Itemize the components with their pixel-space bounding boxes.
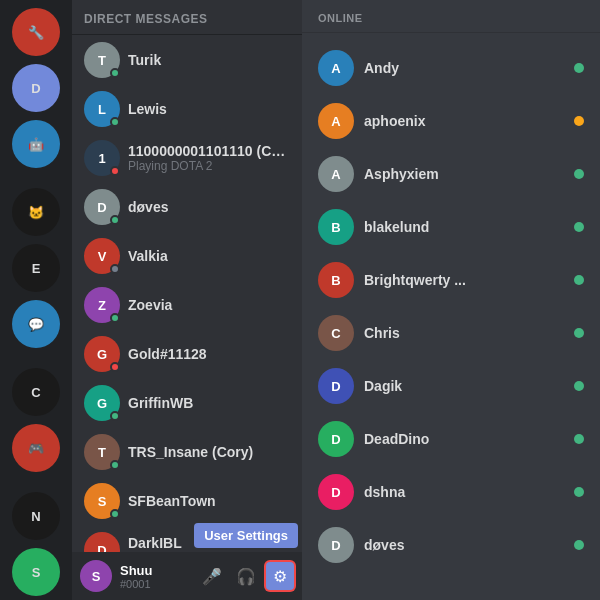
list-item[interactable]: S SFBeanTown xyxy=(76,477,298,525)
friend-info: Turik xyxy=(128,52,290,68)
server-sidebar: 🔧D🤖🐱E💬C🎮NS xyxy=(0,0,72,600)
table-row[interactable]: D DeadDino xyxy=(310,413,592,465)
friend-name: SFBeanTown xyxy=(128,493,290,509)
online-username: Brightqwerty ... xyxy=(364,272,566,288)
avatar-wrapper: T xyxy=(84,42,120,78)
friend-name: Gold#11128 xyxy=(128,346,290,362)
table-row[interactable]: A Andy xyxy=(310,42,592,94)
list-item[interactable]: D DarkIBL Streaming Phantom Hourglass w.… xyxy=(76,526,298,552)
list-item[interactable]: L Lewis xyxy=(76,85,298,133)
list-item[interactable]: T Turik xyxy=(76,36,298,84)
avatar-wrapper: 1 xyxy=(84,140,120,176)
server-icon-9[interactable]: S xyxy=(12,548,60,596)
status-dot xyxy=(574,222,584,232)
friend-name: Turik xyxy=(128,52,290,68)
online-header: Online xyxy=(302,0,600,33)
list-item[interactable]: D døves xyxy=(76,183,298,231)
avatar-wrapper: D xyxy=(84,189,120,225)
server-icon-8[interactable]: N xyxy=(12,492,60,540)
status-dot xyxy=(110,411,120,421)
status-dot xyxy=(574,63,584,73)
list-item[interactable]: Z Zoevia xyxy=(76,281,298,329)
friends-list: T Turik L Lewis 1 1100000001101110 (CO..… xyxy=(72,35,302,552)
friend-info: døves xyxy=(128,199,290,215)
status-dot xyxy=(110,313,120,323)
friend-name: døves xyxy=(128,199,290,215)
avatar: A xyxy=(318,50,354,86)
server-icon-6[interactable]: C xyxy=(12,368,60,416)
status-dot xyxy=(110,68,120,78)
server-icon-2[interactable]: 🤖 xyxy=(12,120,60,168)
list-item[interactable]: 1 1100000001101110 (CO... Playing DOTA 2 xyxy=(76,134,298,182)
online-username: Asphyxiem xyxy=(364,166,566,182)
friend-name: Zoevia xyxy=(128,297,290,313)
table-row[interactable]: B Brightqwerty ... xyxy=(310,254,592,306)
settings-button[interactable]: ⚙ xyxy=(266,562,294,590)
server-icon-4[interactable]: E xyxy=(12,244,60,292)
table-row[interactable]: C Chris xyxy=(310,307,592,359)
table-row[interactable]: D Dagik xyxy=(310,360,592,412)
server-icon-1[interactable]: D xyxy=(12,64,60,112)
deafen-button[interactable]: 🎧 xyxy=(232,562,260,590)
friend-info: SFBeanTown xyxy=(128,493,290,509)
avatar: D xyxy=(318,421,354,457)
user-panel: S Shuu #0001 🎤 🎧 ⚙ User Settings xyxy=(72,552,302,600)
avatar: A xyxy=(318,103,354,139)
avatar-wrapper: V xyxy=(84,238,120,274)
friend-info: TRS_Insane (Cory) xyxy=(128,444,290,460)
avatar-wrapper: L xyxy=(84,91,120,127)
server-icon-0[interactable]: 🔧 xyxy=(12,8,60,56)
user-tag: #0001 xyxy=(120,578,190,590)
friend-info: GriffinWB xyxy=(128,395,290,411)
avatar-wrapper: Z xyxy=(84,287,120,323)
status-dot xyxy=(574,275,584,285)
status-dot xyxy=(110,264,120,274)
avatar: A xyxy=(318,156,354,192)
avatar: D xyxy=(318,368,354,404)
status-dot xyxy=(574,434,584,444)
status-dot xyxy=(574,116,584,126)
avatar: D xyxy=(84,532,120,552)
table-row[interactable]: B blakelund xyxy=(310,201,592,253)
status-dot xyxy=(110,117,120,127)
avatar: S xyxy=(80,560,112,592)
status-dot xyxy=(574,487,584,497)
server-icon-7[interactable]: 🎮 xyxy=(12,424,60,472)
user-panel-icons: 🎤 🎧 ⚙ xyxy=(198,562,294,590)
status-dot xyxy=(574,381,584,391)
friend-name: GriffinWB xyxy=(128,395,290,411)
friend-name: TRS_Insane (Cory) xyxy=(128,444,290,460)
status-dot xyxy=(110,215,120,225)
list-item[interactable]: G GriffinWB xyxy=(76,379,298,427)
avatar: D xyxy=(318,527,354,563)
avatar: B xyxy=(318,262,354,298)
list-item[interactable]: V Valkia xyxy=(76,232,298,280)
user-panel-info: Shuu #0001 xyxy=(120,563,190,590)
table-row[interactable]: D døves xyxy=(310,519,592,571)
mute-button[interactable]: 🎤 xyxy=(198,562,226,590)
friend-name: 1100000001101110 (CO... xyxy=(128,143,290,159)
table-row[interactable]: D dshna xyxy=(310,466,592,518)
friend-name: DarkIBL xyxy=(128,535,290,551)
friend-name: Valkia xyxy=(128,248,290,264)
online-username: dshna xyxy=(364,484,566,500)
table-row[interactable]: A Asphyxiem xyxy=(310,148,592,200)
friend-info: DarkIBL Streaming Phantom Hourglass w... xyxy=(128,535,290,552)
list-item[interactable]: G Gold#11128 xyxy=(76,330,298,378)
server-icon-5[interactable]: 💬 xyxy=(12,300,60,348)
server-icon-3[interactable]: 🐱 xyxy=(12,188,60,236)
online-username: aphoenix xyxy=(364,113,566,129)
avatar-wrapper: G xyxy=(84,336,120,372)
status-dot xyxy=(574,169,584,179)
username: Shuu xyxy=(120,563,190,578)
status-dot xyxy=(110,362,120,372)
friend-name: Lewis xyxy=(128,101,290,117)
list-item[interactable]: T TRS_Insane (Cory) xyxy=(76,428,298,476)
friend-info: Lewis xyxy=(128,101,290,117)
online-username: Andy xyxy=(364,60,566,76)
online-username: DeadDino xyxy=(364,431,566,447)
online-username: blakelund xyxy=(364,219,566,235)
table-row[interactable]: A aphoenix xyxy=(310,95,592,147)
online-username: Dagik xyxy=(364,378,566,394)
status-dot xyxy=(110,509,120,519)
